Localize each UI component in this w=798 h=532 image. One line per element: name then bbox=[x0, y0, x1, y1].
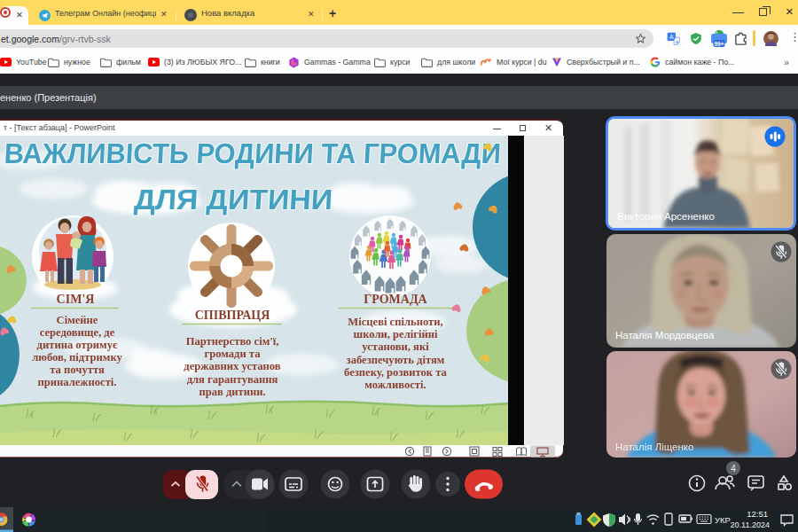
svg-text:приналежності.: приналежності. bbox=[38, 376, 117, 388]
svg-text:СПІВПРАЦЯ: СПІВПРАЦЯ bbox=[195, 309, 270, 322]
svg-text:для гарантування: для гарантування bbox=[187, 373, 278, 386]
svg-text:дитина отримує: дитина отримує bbox=[37, 339, 118, 351]
svg-text:громади та: громади та bbox=[205, 348, 262, 360]
svg-text:ВАЖЛИВІСТЬ РОДИНИ ТА ГРОМАДИ: ВАЖЛИВІСТЬ РОДИНИ ТА ГРОМАДИ bbox=[4, 137, 502, 169]
svg-text:12:51: 12:51 bbox=[747, 509, 768, 519]
svg-text:99+: 99+ bbox=[714, 41, 724, 47]
svg-text:можливості.: можливості. bbox=[364, 379, 426, 391]
svg-text:школи, релігійні: школи, релігійні bbox=[354, 328, 438, 340]
svg-text:прав дитини.: прав дитини. bbox=[199, 386, 265, 398]
svg-text:ДЛЯ ДИТИНИ: ДЛЯ ДИТИНИ bbox=[133, 184, 333, 215]
svg-text:Партнерство сім'ї,: Партнерство сім'ї, bbox=[186, 335, 279, 348]
svg-text:Місцеві спільноти,: Місцеві спільноти, bbox=[348, 316, 442, 328]
svg-text:A: A bbox=[669, 34, 674, 40]
svg-text:УКР: УКР bbox=[715, 515, 731, 525]
svg-text:любов, підтримку: любов, підтримку bbox=[32, 351, 122, 364]
svg-text:забезпечують дітям: забезпечують дітям bbox=[347, 354, 445, 366]
svg-text:Наталія Мордовцева: Наталія Мордовцева bbox=[615, 330, 715, 340]
svg-text:ГРОМАДА: ГРОМАДА bbox=[364, 293, 427, 306]
svg-text:середовище, де: середовище, де bbox=[40, 326, 115, 339]
svg-text:Виктория Арсененко: Виктория Арсененко bbox=[617, 211, 715, 222]
svg-text:20.11.2024: 20.11.2024 bbox=[731, 520, 770, 529]
svg-text:4: 4 bbox=[731, 464, 736, 473]
svg-text:СІМ'Я: СІМ'Я bbox=[57, 293, 95, 306]
svg-text:державних установ: державних установ bbox=[184, 360, 281, 372]
svg-text:безпеку, розвиток та: безпеку, розвиток та bbox=[344, 366, 448, 379]
svg-text:установи, які: установи, які bbox=[362, 340, 429, 353]
svg-text:та почуття: та почуття bbox=[50, 364, 105, 376]
svg-text:Наталія Ліщенко: Наталія Ліщенко bbox=[615, 442, 693, 452]
svg-text:Сімейне: Сімейне bbox=[57, 314, 98, 326]
